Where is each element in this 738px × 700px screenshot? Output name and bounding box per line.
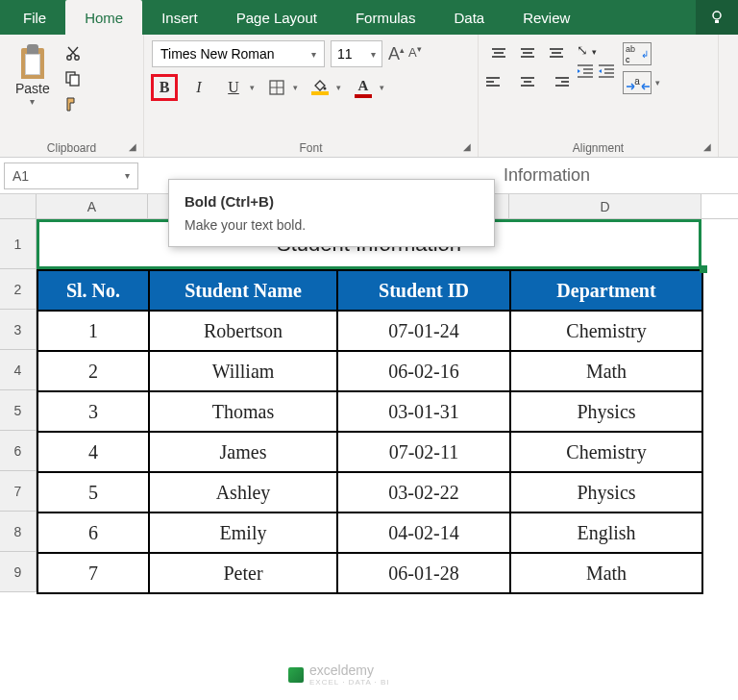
bold-button[interactable]: B: [152, 75, 177, 100]
row-header[interactable]: 1: [0, 219, 37, 269]
orientation-button[interactable]: ⤡ ▾: [577, 42, 615, 58]
tab-data[interactable]: Data: [434, 0, 504, 35]
align-center[interactable]: [515, 69, 540, 94]
align-top-center[interactable]: [515, 40, 540, 65]
row-header[interactable]: 3: [0, 310, 37, 350]
cell[interactable]: 06-02-16: [337, 351, 510, 391]
font-color-dropdown[interactable]: ▾: [380, 83, 384, 92]
th-id[interactable]: Student ID: [337, 270, 510, 311]
row-header[interactable]: 7: [0, 471, 37, 512]
tab-file[interactable]: File: [4, 0, 65, 35]
th-slno[interactable]: Sl. No.: [37, 270, 149, 311]
group-clipboard: Paste ▾ Clipboard ◢: [0, 35, 144, 157]
align-top-left[interactable]: [486, 40, 511, 65]
cell[interactable]: 04-02-14: [337, 512, 510, 553]
th-dept[interactable]: Department: [510, 270, 702, 311]
table-row: 6Emily04-02-14English: [37, 512, 702, 553]
wrap-text-button[interactable]: ab↲c: [623, 42, 660, 65]
fill-color-button[interactable]: [308, 75, 332, 100]
cell[interactable]: Physics: [510, 391, 702, 432]
cell[interactable]: 06-01-28: [337, 553, 510, 593]
cell[interactable]: Math: [510, 553, 702, 593]
font-color-button[interactable]: A: [351, 75, 376, 100]
row-header[interactable]: 2: [0, 269, 37, 310]
cell[interactable]: 07-02-11: [337, 432, 510, 472]
cell[interactable]: Chemistry: [510, 311, 702, 351]
paste-dropdown[interactable]: ▾: [30, 96, 35, 107]
alignment-launcher[interactable]: ◢: [701, 139, 714, 153]
cell[interactable]: Math: [510, 351, 702, 391]
cell[interactable]: Chemistry: [510, 432, 702, 472]
font-size-combo[interactable]: 11 ▾: [331, 40, 382, 67]
align-left[interactable]: [486, 69, 511, 94]
clipboard-launcher[interactable]: ◢: [126, 139, 139, 153]
italic-button[interactable]: I: [186, 75, 211, 100]
cell[interactable]: 1: [37, 311, 149, 351]
tab-insert[interactable]: Insert: [142, 0, 217, 35]
borders-button[interactable]: [264, 75, 289, 100]
shrink-font-button[interactable]: A▾: [408, 44, 422, 64]
row-header[interactable]: 4: [0, 350, 37, 390]
data-table: Sl. No. Student Name Student ID Departme…: [37, 269, 703, 594]
underline-dropdown[interactable]: ▾: [250, 83, 255, 92]
cell[interactable]: 7: [37, 553, 149, 593]
copy-button[interactable]: [63, 69, 83, 88]
cell[interactable]: Peter: [149, 553, 337, 593]
table-row: 3Thomas03-01-31Physics: [37, 391, 702, 432]
row-header[interactable]: 5: [0, 390, 37, 431]
grow-font-button[interactable]: A▴: [388, 44, 405, 64]
cell[interactable]: 5: [37, 472, 149, 512]
cut-button[interactable]: [63, 44, 83, 63]
cell[interactable]: English: [510, 512, 702, 553]
row-header[interactable]: 6: [0, 431, 37, 471]
th-name[interactable]: Student Name: [149, 270, 337, 311]
fill-color-dropdown[interactable]: ▾: [336, 83, 341, 92]
svg-point-0: [713, 12, 721, 19]
col-header-d[interactable]: D: [509, 194, 701, 218]
align-right[interactable]: [544, 69, 569, 94]
tab-page-layout[interactable]: Page Layout: [217, 0, 336, 35]
merge-center-button[interactable]: a ▾: [623, 71, 660, 94]
group-label-font: Font: [144, 141, 478, 155]
cell[interactable]: James: [149, 432, 337, 472]
align-top-right[interactable]: [544, 40, 569, 65]
font-launcher[interactable]: ◢: [460, 139, 474, 153]
cell[interactable]: 4: [37, 432, 149, 472]
col-header-a[interactable]: A: [37, 194, 148, 218]
decrease-indent-button[interactable]: [577, 63, 594, 83]
name-box[interactable]: A1 ▾: [4, 162, 138, 189]
cell[interactable]: 07-01-24: [337, 311, 510, 351]
cell[interactable]: William: [149, 351, 337, 391]
merge-dropdown[interactable]: ▾: [655, 78, 660, 88]
increase-indent-button[interactable]: [598, 63, 615, 83]
cell[interactable]: 03-02-22: [337, 472, 510, 512]
cell[interactable]: Emily: [149, 512, 337, 553]
cell[interactable]: Thomas: [149, 391, 337, 432]
svg-point-3: [75, 56, 79, 60]
tell-me-button[interactable]: [696, 0, 738, 35]
selection-handle[interactable]: [700, 265, 707, 273]
paste-button[interactable]: Paste ▾: [8, 40, 58, 111]
watermark-icon: [288, 667, 304, 683]
cell[interactable]: 3: [37, 391, 149, 432]
cell[interactable]: 2: [37, 351, 149, 391]
tab-review[interactable]: Review: [504, 0, 589, 35]
cell[interactable]: Robertson: [149, 311, 337, 351]
format-painter-button[interactable]: [63, 94, 83, 113]
underline-button[interactable]: U: [221, 75, 246, 100]
borders-dropdown[interactable]: ▾: [293, 83, 298, 92]
cell[interactable]: 03-01-31: [337, 391, 510, 432]
tab-formulas[interactable]: Formulas: [336, 0, 435, 35]
tab-home[interactable]: Home: [65, 0, 142, 35]
row-header[interactable]: 9: [0, 552, 37, 592]
table-row: 4James07-02-11Chemistry: [37, 432, 702, 472]
select-all-corner[interactable]: [0, 194, 37, 218]
cell[interactable]: 6: [37, 512, 149, 553]
table-row: 5Ashley03-02-22Physics: [37, 472, 702, 512]
row-header[interactable]: 8: [0, 512, 37, 552]
chevron-down-icon: ▾: [371, 49, 376, 60]
wrap-text-icon: ab↲c: [623, 42, 652, 65]
cell[interactable]: Physics: [510, 472, 702, 512]
cell[interactable]: Ashley: [149, 472, 337, 512]
font-name-combo[interactable]: Times New Roman ▾: [152, 40, 325, 67]
